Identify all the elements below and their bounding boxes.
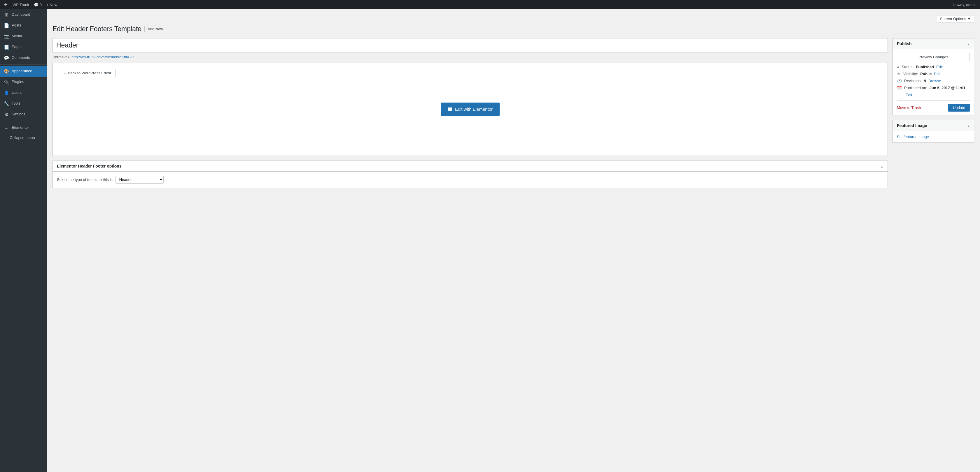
dashboard-icon: ⊞	[3, 12, 10, 18]
sidebar-item-users[interactable]: 👤 Users	[0, 87, 47, 98]
elementor-options-title: Elementor Header Footer options	[57, 164, 122, 168]
featured-image-body: Set featured image	[893, 131, 974, 143]
screen-options-button[interactable]: Screen Options ▼	[937, 15, 974, 22]
featured-image-header: Featured Image	[893, 120, 974, 131]
plugins-icon: 🔌	[3, 79, 10, 85]
revisions-browse-link[interactable]: Browse	[928, 79, 941, 83]
wp-logo-icon: ✦	[3, 2, 8, 8]
sidebar-item-pages[interactable]: 📃 Pages	[0, 42, 47, 52]
update-button[interactable]: Update	[948, 104, 970, 112]
sidebar-item-label: Appearance	[12, 68, 32, 74]
editor-box: ← Back to WordPress Editor ≣ Edit with E…	[52, 63, 888, 156]
sidebar-item-label: Dashboard	[12, 12, 30, 17]
featured-image-panel: Featured Image Set featured image	[892, 120, 974, 143]
media-icon: 📷	[3, 33, 10, 40]
select-template-label: Select the type of template this is	[57, 177, 113, 182]
comments-link[interactable]: 💬 0	[34, 3, 42, 7]
admin-sidebar: ⊞ Dashboard 📄 Posts 📷 Media 📃 Pages 💬 Co…	[0, 10, 47, 472]
publish-panel-toggle[interactable]	[967, 41, 970, 46]
sidebar-item-settings[interactable]: ⚙ Settings	[0, 109, 47, 120]
published-on-label: Published on:	[904, 86, 927, 90]
permalink-url[interactable]: http://wp-trunk.dev/?elementor-hf=20	[72, 55, 134, 59]
revisions-count: 9	[924, 79, 926, 83]
sidebar-item-label: Plugins	[12, 79, 24, 84]
elementor-options-toggle[interactable]	[881, 164, 883, 168]
elementor-options-box: Elementor Header Footer options Select t…	[52, 160, 888, 188]
sidebar-item-label: Comments	[12, 55, 30, 60]
sidebar-item-label: Media	[12, 33, 22, 39]
revisions-icon: 🕐	[897, 79, 902, 83]
page-title-area: Edit Header Footers Template Add New	[52, 25, 974, 33]
publish-panel-body: Preview Changes ● Status: Published Edit…	[893, 49, 974, 115]
featured-image-toggle[interactable]	[967, 123, 970, 128]
preview-changes-button[interactable]: Preview Changes	[897, 53, 970, 61]
featured-image-title: Featured Image	[897, 123, 927, 128]
edit-elementor-label: Edit with Elementor	[455, 107, 493, 112]
visibility-value: Public	[920, 72, 932, 76]
admin-bar: ✦ WP Trunk 💬 0 + New Howdy, admin	[0, 0, 980, 10]
sidebar-item-label: Settings	[12, 112, 25, 117]
publish-panel: Publish Preview Changes ● Status: Publis…	[892, 38, 974, 116]
side-column: Publish Preview Changes ● Status: Publis…	[892, 38, 974, 147]
sidebar-item-elementor[interactable]: ≡ Elementor	[0, 122, 47, 133]
published-on-edit-link[interactable]: Edit	[897, 93, 970, 97]
visibility-icon: 👁	[897, 72, 901, 76]
comments-count: 0	[40, 3, 42, 7]
sidebar-item-comments[interactable]: 💬 Comments	[0, 52, 47, 63]
calendar-icon: 📅	[897, 86, 902, 90]
published-on-block: 📅 Published on: Jun 6, 2017 @ 11:01 Edit	[897, 86, 970, 97]
template-type-select[interactable]: Header Footer Both Header & Footer	[116, 176, 164, 184]
appearance-icon: 🎨	[3, 68, 10, 74]
status-label: Status:	[902, 65, 913, 69]
elementor-grid-icon: ≣	[448, 106, 452, 112]
sidebar-item-appearance[interactable]: 🎨 Appearance	[0, 66, 47, 77]
sidebar-item-label: Tools	[12, 101, 21, 106]
collapse-icon: ←	[3, 135, 7, 140]
publish-actions: Move to Trash Update	[897, 100, 970, 112]
edit-with-elementor-button[interactable]: ≣ Edit with Elementor	[441, 103, 500, 116]
editor-layout: Permalink: http://wp-trunk.dev/?elemento…	[52, 38, 974, 188]
permalink-row: Permalink: http://wp-trunk.dev/?elemento…	[52, 55, 888, 59]
site-name[interactable]: WP Trunk	[13, 3, 29, 7]
new-link[interactable]: + New	[46, 3, 57, 7]
back-to-wordpress-editor-button[interactable]: ← Back to WordPress Editor	[59, 69, 116, 77]
sidebar-item-tools[interactable]: 🔧 Tools	[0, 98, 47, 109]
sidebar-item-label: Posts	[12, 23, 21, 28]
settings-icon: ⚙	[3, 111, 10, 117]
page-title: Edit Header Footers Template	[52, 25, 142, 33]
sidebar-item-media[interactable]: 📷 Media	[0, 31, 47, 42]
screen-options-bar: Screen Options ▼	[52, 15, 974, 22]
status-icon: ●	[897, 65, 899, 69]
visibility-row: 👁 Visibility: Public Edit	[897, 72, 970, 76]
collapse-label: Collapse menu	[10, 135, 35, 140]
sidebar-item-dashboard[interactable]: ⊞ Dashboard	[0, 10, 47, 20]
status-edit-link[interactable]: Edit	[936, 65, 943, 69]
menu-separator-2	[0, 121, 47, 121]
post-title-input[interactable]	[53, 38, 888, 52]
revisions-label: Revisions:	[904, 79, 922, 83]
howdy-text: Howdy, admin	[953, 3, 977, 7]
comments-icon: 💬	[3, 55, 10, 61]
posts-icon: 📄	[3, 22, 10, 29]
sidebar-item-label: Elementor	[12, 125, 29, 130]
permalink-label: Permalink:	[52, 55, 70, 59]
elementor-icon: ≡	[3, 125, 10, 131]
status-row: ● Status: Published Edit	[897, 65, 970, 69]
collapse-menu[interactable]: ← Collapse menu	[0, 133, 47, 142]
sidebar-item-plugins[interactable]: 🔌 Plugins	[0, 77, 47, 87]
tools-icon: 🔧	[3, 100, 10, 107]
publish-title: Publish	[897, 41, 912, 46]
move-to-trash-button[interactable]: Move to Trash	[897, 106, 921, 110]
main-column: Permalink: http://wp-trunk.dev/?elemento…	[52, 38, 888, 188]
publish-panel-header: Publish	[893, 38, 974, 49]
add-new-button[interactable]: Add New	[145, 25, 166, 32]
revisions-row: 🕐 Revisions: 9 Browse	[897, 79, 970, 83]
elementor-options-body: Select the type of template this is Head…	[53, 172, 888, 188]
sidebar-item-posts[interactable]: 📄 Posts	[0, 20, 47, 31]
post-title-box	[52, 38, 888, 52]
set-featured-image-link[interactable]: Set featured image	[897, 135, 929, 139]
pages-icon: 📃	[3, 44, 10, 50]
users-icon: 👤	[3, 90, 10, 96]
visibility-edit-link[interactable]: Edit	[934, 72, 940, 76]
sidebar-item-label: Pages	[12, 44, 22, 49]
